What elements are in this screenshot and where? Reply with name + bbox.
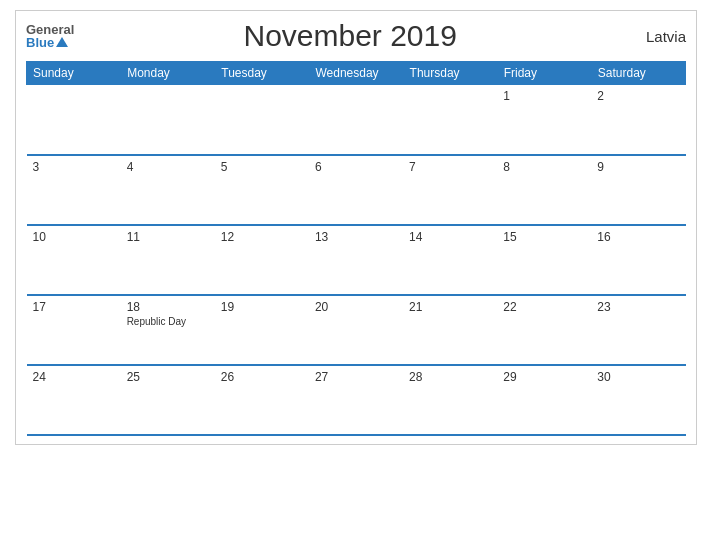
calendar-cell: 28: [403, 365, 497, 435]
day-number: 8: [503, 160, 585, 174]
header: General Blue November 2019 Latvia: [26, 19, 686, 53]
calendar-week-0: 12: [27, 85, 686, 155]
day-number: 4: [127, 160, 209, 174]
day-number: 3: [33, 160, 115, 174]
calendar-cell: 17: [27, 295, 121, 365]
country-label: Latvia: [626, 28, 686, 45]
day-number: 25: [127, 370, 209, 384]
calendar-cell: [309, 85, 403, 155]
calendar-cell: 10: [27, 225, 121, 295]
day-number: 10: [33, 230, 115, 244]
day-number: 22: [503, 300, 585, 314]
logo-triangle-icon: [56, 37, 68, 47]
calendar-cell: [27, 85, 121, 155]
calendar-cell: 12: [215, 225, 309, 295]
col-tuesday: Tuesday: [215, 62, 309, 85]
calendar-container: General Blue November 2019 Latvia Sunday…: [15, 10, 697, 445]
col-saturday: Saturday: [591, 62, 685, 85]
calendar-cell: 27: [309, 365, 403, 435]
calendar-cell: 23: [591, 295, 685, 365]
day-number: 13: [315, 230, 397, 244]
calendar-cell: 13: [309, 225, 403, 295]
calendar-cell: [121, 85, 215, 155]
calendar-cell: 5: [215, 155, 309, 225]
day-number: 12: [221, 230, 303, 244]
day-number: 6: [315, 160, 397, 174]
day-number: 23: [597, 300, 679, 314]
day-number: 27: [315, 370, 397, 384]
day-number: 28: [409, 370, 491, 384]
calendar-week-1: 3456789: [27, 155, 686, 225]
calendar-title: November 2019: [74, 19, 626, 53]
calendar-cell: 30: [591, 365, 685, 435]
day-number: 20: [315, 300, 397, 314]
calendar-cell: 1: [497, 85, 591, 155]
calendar-cell: 22: [497, 295, 591, 365]
col-friday: Friday: [497, 62, 591, 85]
col-monday: Monday: [121, 62, 215, 85]
calendar-cell: 24: [27, 365, 121, 435]
calendar-cell: 21: [403, 295, 497, 365]
day-number: 29: [503, 370, 585, 384]
calendar-cell: 25: [121, 365, 215, 435]
logo-blue-text: Blue: [26, 36, 54, 49]
calendar-cell: 26: [215, 365, 309, 435]
day-number: 26: [221, 370, 303, 384]
day-number: 5: [221, 160, 303, 174]
day-number: 7: [409, 160, 491, 174]
day-number: 14: [409, 230, 491, 244]
holiday-label: Republic Day: [127, 316, 209, 327]
day-number: 21: [409, 300, 491, 314]
logo: General Blue: [26, 23, 74, 49]
days-of-week-row: Sunday Monday Tuesday Wednesday Thursday…: [27, 62, 686, 85]
calendar-cell: 3: [27, 155, 121, 225]
day-number: 2: [597, 89, 679, 103]
calendar-cell: 11: [121, 225, 215, 295]
day-number: 15: [503, 230, 585, 244]
calendar-cell: [215, 85, 309, 155]
calendar-cell: 9: [591, 155, 685, 225]
calendar-cell: 4: [121, 155, 215, 225]
calendar-cell: 6: [309, 155, 403, 225]
page: General Blue November 2019 Latvia Sunday…: [0, 0, 712, 550]
day-number: 11: [127, 230, 209, 244]
col-wednesday: Wednesday: [309, 62, 403, 85]
calendar-cell: 19: [215, 295, 309, 365]
logo-row: Blue: [26, 36, 68, 49]
calendar-cell: 7: [403, 155, 497, 225]
day-number: 9: [597, 160, 679, 174]
calendar-cell: 14: [403, 225, 497, 295]
day-number: 24: [33, 370, 115, 384]
day-number: 16: [597, 230, 679, 244]
calendar-week-4: 24252627282930: [27, 365, 686, 435]
calendar-week-3: 1718Republic Day1920212223: [27, 295, 686, 365]
col-thursday: Thursday: [403, 62, 497, 85]
calendar-cell: 16: [591, 225, 685, 295]
calendar-table: Sunday Monday Tuesday Wednesday Thursday…: [26, 61, 686, 436]
calendar-header: Sunday Monday Tuesday Wednesday Thursday…: [27, 62, 686, 85]
calendar-cell: 8: [497, 155, 591, 225]
calendar-cell: 20: [309, 295, 403, 365]
day-number: 18: [127, 300, 209, 314]
calendar-cell: 29: [497, 365, 591, 435]
day-number: 19: [221, 300, 303, 314]
calendar-cell: 2: [591, 85, 685, 155]
calendar-week-2: 10111213141516: [27, 225, 686, 295]
day-number: 30: [597, 370, 679, 384]
col-sunday: Sunday: [27, 62, 121, 85]
calendar-body: 123456789101112131415161718Republic Day1…: [27, 85, 686, 435]
day-number: 1: [503, 89, 585, 103]
calendar-cell: [403, 85, 497, 155]
day-number: 17: [33, 300, 115, 314]
calendar-cell: 18Republic Day: [121, 295, 215, 365]
calendar-cell: 15: [497, 225, 591, 295]
